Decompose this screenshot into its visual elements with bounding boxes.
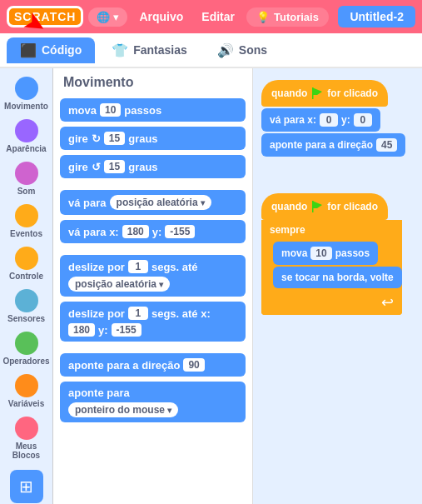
flag-icon-1 (310, 87, 324, 100)
sidebar-item-sensores[interactable]: Sensores (0, 286, 52, 327)
block-mova-input[interactable]: 10 (100, 103, 121, 117)
bulb-icon: 💡 (256, 11, 270, 23)
tab-fantasias[interactable]: 👕 Fantasias (98, 37, 201, 63)
script-va-y-1[interactable]: 0 (354, 113, 372, 127)
sidebar-item-meus-blocos[interactable]: Meus Blocos (0, 413, 52, 463)
sidebar-item-aparencia[interactable]: Aparência (0, 116, 52, 157)
script-va-x-1[interactable]: 0 (320, 113, 338, 127)
block-gire-cw-label: gire (68, 132, 88, 145)
block-aponte-dropdown[interactable]: ponteiro do mouse (68, 402, 178, 417)
script-tocar-label: se tocar na borda, volte (281, 272, 394, 283)
fantasias-icon: 👕 (112, 42, 128, 58)
block-deslize-input1[interactable]: 1 (128, 260, 148, 273)
block-deslize-xy[interactable]: deslize por 1 segs. até x: 180 y: -155 (60, 302, 246, 342)
block-gire-ccw[interactable]: gire 15 graus (60, 155, 246, 178)
block-va-x-input[interactable]: 180 (122, 225, 149, 238)
script-quando-label-1: quando (271, 87, 307, 99)
block-gire-cw-input[interactable]: 15 (104, 132, 125, 145)
block-gire-ccw-input[interactable]: 15 (104, 160, 125, 173)
script-aponte-direcao-1[interactable]: aponte para a direção 45 (261, 133, 405, 157)
script-sempre-loop: sempre mova 10 passos se tocar na borda,… (261, 220, 402, 315)
tab-fantasias-label: Fantasias (133, 43, 187, 57)
editar-menu[interactable]: Editar (195, 10, 241, 23)
flag-icon-2 (310, 200, 324, 213)
block-deslize-label1: deslize por (68, 261, 125, 273)
globe-button[interactable]: 🌐 ▾ (88, 7, 127, 27)
block-deslize-posicao[interactable]: deslize por 1 segs. até posição aleatóri… (60, 255, 246, 297)
rotate-ccw-icon (92, 161, 101, 173)
block-mova[interactable]: mova 10 passos (60, 98, 246, 122)
sidebar-label-variaveis: Variáveis (8, 399, 44, 408)
block-aponte-direcao-label: aponte para a direção (68, 359, 180, 372)
globe-icon: 🌐 (97, 11, 110, 23)
block-aponte-direcao[interactable]: aponte para a direção 90 (60, 353, 246, 377)
script-mova-input[interactable]: 10 (310, 247, 331, 260)
block-va-para-xy[interactable]: vá para x: 180 y: -155 (60, 220, 246, 243)
block-va-para-posicao[interactable]: vá para posição aleatória (60, 190, 246, 215)
block-posicao-dropdown[interactable]: posição aleatória (110, 195, 211, 210)
sidebar-label-eventos: Eventos (10, 229, 42, 238)
script-area[interactable]: quando for clicado vá para x: 0 y: 0 apo… (253, 68, 422, 504)
tutoriais-label: Tutoriais (274, 11, 319, 23)
block-aponte-direcao-input[interactable]: 90 (183, 358, 204, 372)
block-gire-cw[interactable]: gire 15 graus (60, 127, 246, 150)
sidebar-item-controle[interactable]: Controle (0, 243, 52, 284)
sidebar-item-som[interactable]: Som (0, 158, 52, 199)
block-mova-suffix: passos (124, 104, 161, 117)
block-deslize-xy-input1[interactable]: 1 (128, 307, 148, 320)
block-deslize-xy-y-label: y: (98, 324, 108, 337)
aparencia-dot (15, 119, 38, 142)
globe-arrow: ▾ (113, 11, 119, 23)
sidebar-bottom: ⊞ (10, 465, 43, 504)
block-deslize-xy-segs: segs. até x: (151, 307, 211, 320)
script-va-para-xy-1[interactable]: vá para x: 0 y: 0 (261, 108, 380, 132)
block-deslize-xy-label: deslize por (68, 307, 125, 320)
tab-codigo[interactable]: ⬛ Código (7, 37, 95, 63)
svg-marker-2 (312, 201, 322, 208)
loop-end-arrow: ↩ (261, 290, 402, 315)
tab-sons[interactable]: 🔊 Sons (204, 37, 281, 63)
arquivo-menu[interactable]: Arquivo (132, 10, 190, 23)
tutoriais-button[interactable]: 💡 Tutoriais (246, 7, 329, 27)
project-title-button[interactable]: Untitled-2 (338, 6, 415, 27)
sidebar-item-eventos[interactable]: Eventos (0, 201, 52, 242)
block-mova-label: mova (68, 104, 97, 117)
svg-rect-3 (312, 201, 314, 212)
script-mova-label: mova (281, 247, 307, 259)
script-loop-inner: mova 10 passos se tocar na borda, volte (273, 240, 402, 290)
block-va-para-xy-label: vá para x: (68, 226, 119, 238)
script-mova-inner[interactable]: mova 10 passos (273, 242, 378, 265)
add-extension-button[interactable]: ⊞ (10, 470, 43, 503)
sidebar-label-aparencia: Aparência (6, 144, 46, 153)
movimento-dot (15, 77, 38, 100)
sidebar-item-movimento[interactable]: Movimento (0, 73, 52, 114)
script-tocar-borda[interactable]: se tocar na borda, volte (273, 267, 402, 288)
variaveis-dot (15, 374, 38, 397)
rotate-cw-icon (92, 132, 101, 145)
sidebar-item-variaveis[interactable]: Variáveis (0, 371, 52, 412)
svg-rect-1 (312, 87, 314, 99)
script-group-1: quando for clicado vá para x: 0 y: 0 apo… (261, 80, 405, 157)
block-gire-ccw-label: gire (68, 161, 88, 173)
tabbar: ➤ ⬛ Código 👕 Fantasias 🔊 Sons (0, 33, 422, 68)
blocks-panel-title: Movimento (63, 75, 246, 90)
block-deslize-xy-x[interactable]: 180 (68, 323, 95, 337)
controle-dot (15, 247, 38, 270)
script-y-label-1: y: (341, 114, 350, 126)
plus-icon: ⊞ (19, 477, 33, 497)
script-va-label-1: vá para x: (270, 114, 316, 126)
script-quando-flag-2[interactable]: quando for clicado (261, 193, 388, 220)
topbar: SCRATCH 🌐 ▾ Arquivo Editar 💡 Tutoriais U… (0, 0, 422, 33)
block-deslize-xy-y[interactable]: -155 (112, 323, 141, 337)
sidebar-label-operadores: Operadores (2, 357, 49, 366)
sidebar-item-operadores[interactable]: Operadores (0, 328, 52, 369)
sidebar-label-meus-blocos: Meus Blocos (2, 442, 51, 460)
block-aponte-para[interactable]: aponte para ponteiro do mouse (60, 382, 246, 422)
sensores-dot (15, 289, 38, 312)
script-quando-label-2: quando (271, 201, 307, 212)
block-deslize-dropdown[interactable]: posição aleatória (68, 277, 170, 292)
script-aponte-input-1[interactable]: 45 (376, 138, 397, 152)
script-quando-flag-1[interactable]: quando for clicado (261, 80, 388, 107)
block-va-y-input[interactable]: -155 (165, 225, 195, 238)
script-group-2: quando for clicado sempre mova 10 passos (261, 193, 402, 315)
